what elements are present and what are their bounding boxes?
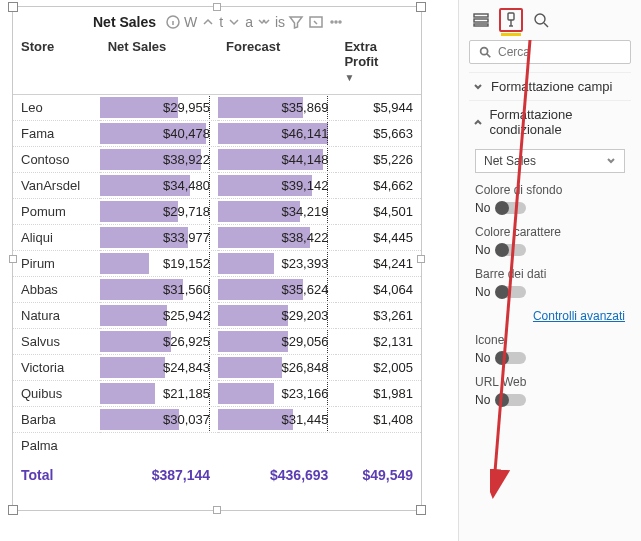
table-row[interactable]: Palma <box>13 433 421 459</box>
toggle-data-bars: Barre dei dati No <box>475 267 625 299</box>
data-table: Store Net Sales Forecast Extra Profit▼ L… <box>13 35 421 489</box>
cell-extra-profit: $5,663 <box>336 121 421 147</box>
cell-extra-profit: $2,005 <box>336 355 421 381</box>
toggle-font-switch[interactable]: No <box>475 243 526 257</box>
cell-forecast: $26,848 <box>218 355 336 381</box>
visual-header-toolbar: Net Sales W t a is <box>13 7 421 35</box>
cell-store: Victoria <box>13 355 100 381</box>
cell-store: Salvus <box>13 329 100 355</box>
resize-handle-bottom[interactable] <box>213 506 221 514</box>
cell-forecast: $35,624 <box>218 277 336 303</box>
format-pane-icon[interactable] <box>499 8 523 32</box>
cell-net-sales: $34,480 <box>100 173 218 199</box>
table-row[interactable]: Victoria$24,843$26,848$2,005 <box>13 355 421 381</box>
drill-info-icon[interactable] <box>164 13 182 31</box>
resize-handle-tr[interactable] <box>416 2 426 12</box>
visual-title: Net Sales <box>93 14 156 30</box>
pane-tab-icons <box>469 6 631 40</box>
data-bar <box>218 383 274 404</box>
svg-rect-7 <box>474 14 488 17</box>
table-row[interactable]: Fama$40,478$46,141$5,663 <box>13 121 421 147</box>
cell-extra-profit: $1,981 <box>336 381 421 407</box>
toggle-url-switch[interactable]: No <box>475 393 526 407</box>
table-row[interactable]: Barba$30,037$31,445$1,408 <box>13 407 421 433</box>
toggle-bg-switch[interactable]: No <box>475 201 526 215</box>
cell-store: Leo <box>13 95 100 121</box>
cell-extra-profit: $4,064 <box>336 277 421 303</box>
search-placeholder: Cerca <box>498 45 530 59</box>
table-row[interactable]: Leo$29,955$35,869$5,944 <box>13 95 421 121</box>
filter-icon[interactable] <box>287 13 305 31</box>
cell-net-sales: $26,925 <box>100 329 218 355</box>
cell-net-sales <box>100 433 218 459</box>
header-text-frag: W <box>184 14 197 30</box>
cell-net-sales: $19,152 <box>100 251 218 277</box>
column-header-net-sales[interactable]: Net Sales <box>100 35 218 95</box>
cell-net-sales: $24,843 <box>100 355 218 381</box>
data-bar <box>100 253 150 274</box>
field-dropdown[interactable]: Net Sales <box>475 149 625 173</box>
cell-store: Pomum <box>13 199 100 225</box>
cell-store: Natura <box>13 303 100 329</box>
drill-down-icon[interactable] <box>225 13 243 31</box>
svg-point-5 <box>335 21 337 23</box>
cell-forecast: $23,393 <box>218 251 336 277</box>
table-visual-frame[interactable]: Net Sales W t a is Store Net Sales Forec… <box>12 6 422 511</box>
column-header-extra-profit[interactable]: Extra Profit▼ <box>336 35 421 95</box>
data-bar <box>100 383 156 404</box>
table-row[interactable]: VanArsdel$34,480$39,142$4,662 <box>13 173 421 199</box>
cell-forecast: $46,141 <box>218 121 336 147</box>
table-row[interactable]: Pirum$19,152$23,393$4,241 <box>13 251 421 277</box>
fields-pane-icon[interactable] <box>469 8 493 32</box>
data-bar <box>218 357 282 378</box>
cell-forecast: $34,219 <box>218 199 336 225</box>
cell-store: Palma <box>13 433 100 459</box>
resize-handle-top[interactable] <box>213 3 221 11</box>
data-bar <box>218 253 274 274</box>
field-dropdown-value: Net Sales <box>484 154 536 168</box>
toggle-bars-switch[interactable]: No <box>475 285 526 299</box>
chevron-down-icon <box>606 156 616 166</box>
drill-up-icon[interactable] <box>199 13 217 31</box>
table-row[interactable]: Quibus$21,185$23,166$1,981 <box>13 381 421 407</box>
analytics-pane-icon[interactable] <box>529 8 553 32</box>
svg-point-6 <box>339 21 341 23</box>
search-input[interactable]: Cerca <box>469 40 631 64</box>
svg-rect-9 <box>474 24 488 26</box>
table-row[interactable]: Natura$25,942$29,203$3,261 <box>13 303 421 329</box>
table-row[interactable]: Salvus$26,925$29,056$2,131 <box>13 329 421 355</box>
cell-store: Fama <box>13 121 100 147</box>
svg-line-12 <box>544 23 548 27</box>
cell-net-sales: $31,560 <box>100 277 218 303</box>
header-text-frag: t <box>219 14 223 30</box>
resize-handle-left[interactable] <box>9 255 17 263</box>
cell-forecast: $44,148 <box>218 147 336 173</box>
cell-extra-profit: $5,944 <box>336 95 421 121</box>
format-pane: Cerca Formattazione campi Formattazione … <box>458 0 641 541</box>
svg-point-11 <box>535 14 545 24</box>
table-row[interactable]: Pomum$29,718$34,219$4,501 <box>13 199 421 225</box>
column-header-forecast[interactable]: Forecast <box>218 35 336 95</box>
toggle-font-color: Colore carattere No <box>475 225 625 257</box>
svg-line-14 <box>487 54 491 58</box>
table-row[interactable]: Contoso$38,922$44,148$5,226 <box>13 147 421 173</box>
table-row[interactable]: Aliqui$33,977$38,422$4,445 <box>13 225 421 251</box>
advanced-controls-link[interactable]: Controlli avanzati <box>475 309 625 323</box>
resize-handle-br[interactable] <box>416 505 426 515</box>
column-header-store[interactable]: Store <box>13 35 100 95</box>
cell-forecast: $29,056 <box>218 329 336 355</box>
cell-extra-profit: $4,501 <box>336 199 421 225</box>
cell-store: Abbas <box>13 277 100 303</box>
focus-mode-icon[interactable] <box>307 13 325 31</box>
table-row[interactable]: Abbas$31,560$35,624$4,064 <box>13 277 421 303</box>
section-field-formatting[interactable]: Formattazione campi <box>469 72 631 100</box>
section-conditional-formatting[interactable]: Formattazione condizionale <box>469 100 631 143</box>
cell-extra-profit: $2,131 <box>336 329 421 355</box>
more-options-icon[interactable] <box>327 13 345 31</box>
resize-handle-tl[interactable] <box>8 2 18 12</box>
cell-store: VanArsdel <box>13 173 100 199</box>
toggle-icons-switch[interactable]: No <box>475 351 526 365</box>
expand-all-icon[interactable] <box>255 13 273 31</box>
resize-handle-bl[interactable] <box>8 505 18 515</box>
svg-point-13 <box>481 48 488 55</box>
